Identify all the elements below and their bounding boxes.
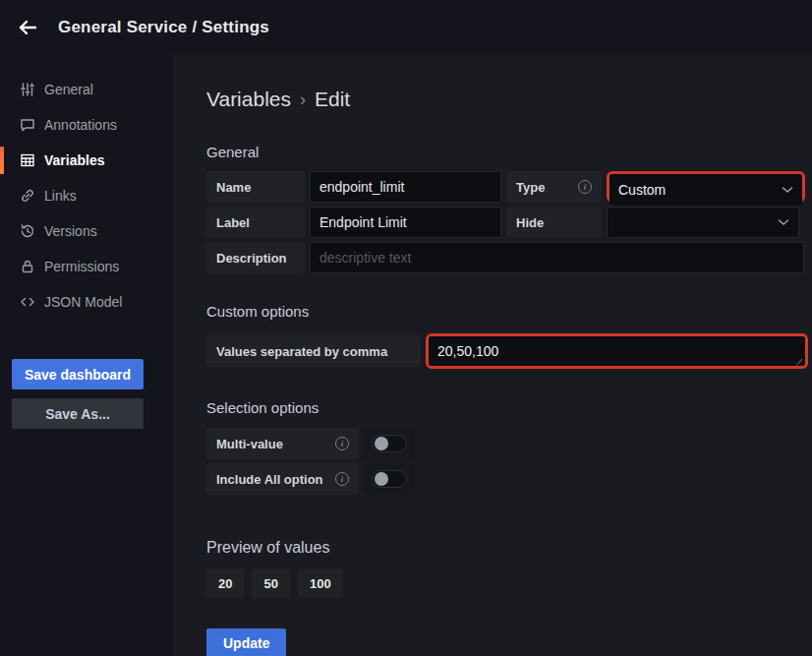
info-icon[interactable]: i [578,180,592,194]
info-icon[interactable]: i [335,472,349,486]
multi-value-label: Multi-value i [206,428,359,459]
preview-value-chip: 50 [252,568,289,598]
active-indicator [0,147,4,174]
sidebar-item-label: Permissions [44,259,119,274]
preview-value-chip: 20 [206,568,244,598]
sidebar-item-label: JSON Model [44,294,122,310]
selection-options-heading: Selection options [206,399,812,416]
sidebar-item-json-model[interactable]: JSON Model [0,284,174,320]
hide-field-label: Hide [506,207,602,238]
values-textarea[interactable]: 20,50,100 [429,336,805,366]
info-icon[interactable]: i [335,437,349,450]
breadcrumb-separator: › [300,89,306,110]
type-field-label: Type i [506,171,602,203]
label-input[interactable] [310,207,501,238]
sidebar-item-label: Versions [44,223,97,239]
values-field-label: Values separated by comma [206,335,421,367]
comment-icon [20,117,35,133]
sidebar-item-permissions[interactable]: Permissions [0,249,174,284]
top-header: General Service / Settings [0,0,812,54]
table-icon [20,152,35,168]
history-icon [20,223,35,239]
chevron-down-icon [782,186,793,194]
chevron-down-icon [778,218,789,226]
label-field-label: Label [206,207,305,238]
code-icon [20,294,35,310]
general-section-heading: General [206,144,812,160]
save-as-button[interactable]: Save As... [12,398,144,429]
breadcrumb-section[interactable]: Variables [206,88,291,111]
include-all-label: Include All option i [206,463,359,495]
sidebar-item-links[interactable]: Links [0,178,174,213]
sidebar-item-annotations[interactable]: Annotations [0,107,174,143]
description-input[interactable] [310,242,804,273]
highlight-ring-values: 20,50,100 [426,333,808,369]
save-dashboard-button[interactable]: Save dashboard [12,359,144,389]
breadcrumb: Variables › Edit [206,88,812,111]
custom-options-heading: Custom options [206,303,812,320]
type-select[interactable]: Custom [609,174,802,206]
variables-edit-panel: Variables › Edit General Name Type i Cus… [176,54,812,656]
page-title: General Service / Settings [58,18,269,37]
sliders-icon [20,82,35,97]
sidebar-item-versions[interactable]: Versions [0,213,174,249]
preview-values: 20 50 100 [206,568,812,598]
sidebar-item-label: General [44,82,93,97]
name-field-label: Name [206,171,305,203]
sidebar-item-label: Variables [44,152,105,168]
sidebar-item-general[interactable]: General [0,72,174,107]
update-button[interactable]: Update [206,628,286,656]
switch-off [372,435,407,452]
multi-value-toggle[interactable] [364,428,415,459]
include-all-toggle[interactable] [364,463,415,495]
sidebar-item-variables[interactable]: Variables [0,143,174,178]
link-icon [20,188,35,204]
back-button[interactable] [10,10,45,45]
sidebar-item-label: Annotations [44,117,117,133]
hide-select[interactable] [607,207,799,238]
preview-heading: Preview of values [206,539,812,557]
name-input[interactable] [310,171,501,203]
lock-icon [20,259,35,274]
highlight-ring-type: Custom [607,171,805,203]
preview-value-chip: 100 [298,568,343,598]
resize-handle[interactable] [795,356,803,364]
switch-off [372,470,407,488]
breadcrumb-page: Edit [315,88,350,111]
arrow-left-icon [17,17,38,38]
description-field-label: Description [206,242,305,273]
settings-sidebar: General Annotations Variables [0,54,175,656]
sidebar-item-label: Links [44,188,77,204]
